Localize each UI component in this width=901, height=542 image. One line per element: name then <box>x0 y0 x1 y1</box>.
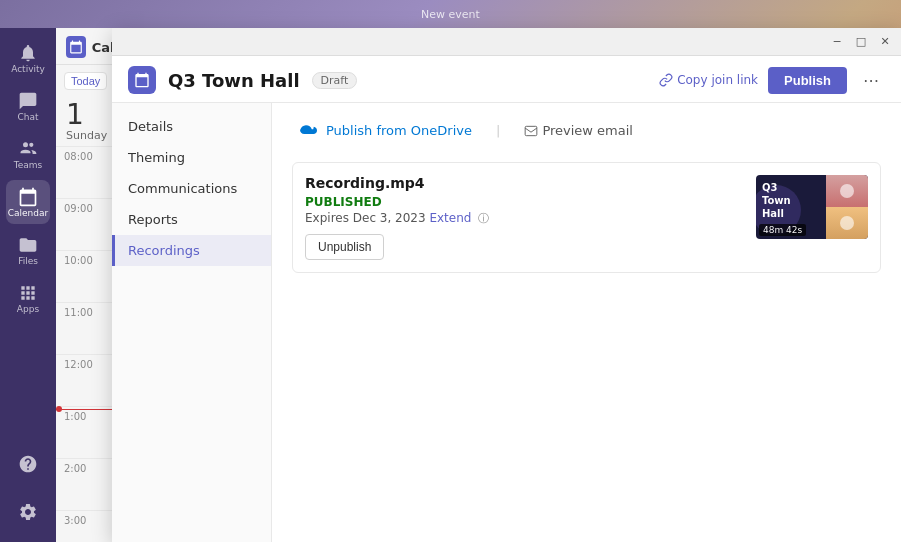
thumbnail-title: Q3 Town Hall <box>756 175 797 226</box>
taskbar: New event <box>0 0 901 28</box>
event-modal: − □ ✕ Q3 Town Hall Draft Copy join link … <box>112 28 901 542</box>
recording-expiry: Expires Dec 3, 2023 Extend ⓘ <box>305 211 744 226</box>
maximize-button[interactable]: □ <box>853 34 869 50</box>
thumbnail-duration: 48m 42s <box>759 224 806 236</box>
preview-email-button[interactable]: Preview email <box>516 119 641 142</box>
activity-bar: Activity Chat Teams Calendar Files Apps <box>0 28 56 542</box>
today-button[interactable]: Today <box>64 72 107 90</box>
extend-link[interactable]: Extend <box>429 211 471 225</box>
avatar-head-2 <box>840 216 854 230</box>
activity-bottom <box>6 442 50 542</box>
more-options-button[interactable]: ⋯ <box>857 66 885 94</box>
sidebar-item-files[interactable]: Files <box>6 228 50 272</box>
calendar-icon-box <box>66 36 86 58</box>
publish-from-onedrive-label: Publish from OneDrive <box>326 123 472 138</box>
thumbnail-avatar <box>826 175 868 239</box>
sidebar-item-apps[interactable]: Apps <box>6 276 50 320</box>
svg-rect-2 <box>526 126 538 135</box>
chat-label: Chat <box>17 113 38 122</box>
modal-header: Q3 Town Hall Draft Copy join link Publis… <box>112 56 901 103</box>
unpublish-button[interactable]: Unpublish <box>305 234 384 260</box>
sidebar-item-activity[interactable]: Activity <box>6 36 50 80</box>
sidebar-item-settings[interactable] <box>6 490 50 534</box>
header-actions: Copy join link Publish ⋯ <box>659 66 885 94</box>
svg-point-1 <box>29 142 33 146</box>
minimize-button[interactable]: − <box>829 34 845 50</box>
event-content: Publish from OneDrive | Preview email Re… <box>272 103 901 542</box>
copy-join-link-button[interactable]: Copy join link <box>659 73 758 87</box>
publish-button[interactable]: Publish <box>768 67 847 94</box>
recording-thumbnail: Q3 Town Hall 48m 42s <box>756 175 868 239</box>
nav-item-communications[interactable]: Communications <box>112 173 271 204</box>
teams-label: Teams <box>14 161 42 170</box>
copy-join-link-label: Copy join link <box>677 73 758 87</box>
sidebar-item-help[interactable] <box>6 442 50 486</box>
thumbnail-avatar-bottom <box>826 207 868 239</box>
sidebar-item-calendar[interactable]: Calendar <box>6 180 50 224</box>
avatar-head-1 <box>840 184 854 198</box>
modal-body: Details Theming Communications Reports R… <box>112 103 901 542</box>
nav-item-details[interactable]: Details <box>112 111 271 142</box>
sidebar-item-teams[interactable]: Teams <box>6 132 50 176</box>
event-icon <box>128 66 156 94</box>
recording-info: Recording.mp4 PUBLISHED Expires Dec 3, 2… <box>305 175 744 260</box>
event-nav: Details Theming Communications Reports R… <box>112 103 272 542</box>
recording-card: Recording.mp4 PUBLISHED Expires Dec 3, 2… <box>292 162 881 273</box>
apps-label: Apps <box>17 305 39 314</box>
svg-point-0 <box>23 142 28 147</box>
event-title: Q3 Town Hall <box>168 70 300 91</box>
activity-label: Activity <box>11 65 45 74</box>
window-title: New event <box>421 8 480 21</box>
sidebar-item-chat[interactable]: Chat <box>6 84 50 128</box>
recording-status: PUBLISHED <box>305 195 744 209</box>
files-label: Files <box>18 257 38 266</box>
preview-email-label: Preview email <box>542 123 633 138</box>
nav-item-theming[interactable]: Theming <box>112 142 271 173</box>
close-button[interactable]: ✕ <box>877 34 893 50</box>
calendar-label: Calendar <box>8 209 48 218</box>
nav-item-reports[interactable]: Reports <box>112 204 271 235</box>
draft-badge: Draft <box>312 72 358 89</box>
nav-item-recordings[interactable]: Recordings <box>112 235 271 266</box>
modal-titlebar: − □ ✕ <box>112 28 901 56</box>
teams-window: Activity Chat Teams Calendar Files Apps <box>0 28 901 542</box>
recording-filename: Recording.mp4 <box>305 175 744 191</box>
publish-from-onedrive-button[interactable]: Publish from OneDrive <box>292 119 480 142</box>
thumbnail-avatar-top <box>826 175 868 207</box>
publish-source-bar: Publish from OneDrive | Preview email <box>292 119 881 142</box>
